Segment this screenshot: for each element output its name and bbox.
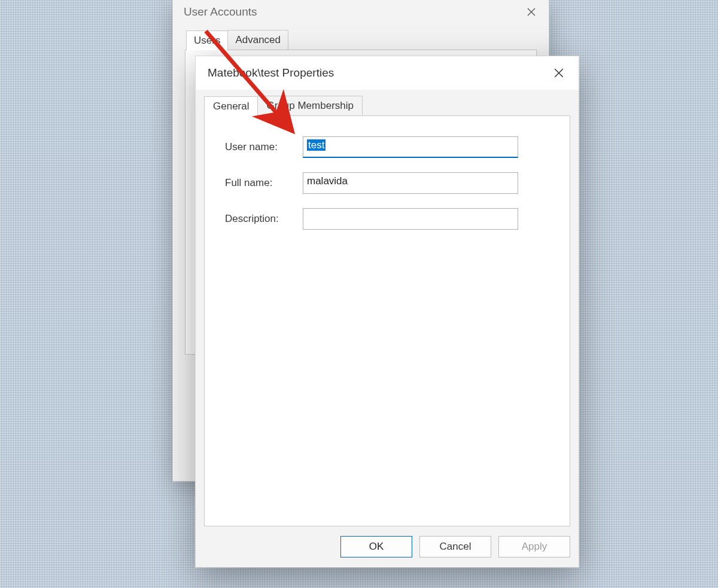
dialog-buttons: OK Cancel Apply (196, 526, 579, 567)
close-icon[interactable] (545, 63, 573, 83)
tab-advanced[interactable]: Advanced (227, 30, 288, 50)
tab-general[interactable]: General (204, 96, 258, 117)
tab-users[interactable]: Users (186, 31, 228, 50)
description-field[interactable] (303, 208, 518, 230)
properties-dialog: Matebook\test Properties General Group M… (195, 56, 579, 568)
label-fullname: Full name: (225, 177, 303, 189)
properties-tabs: General Group Membership (196, 90, 579, 116)
fullname-value: malavida (307, 175, 348, 187)
user-accounts-tabs: Users Advanced (173, 24, 549, 50)
user-accounts-close-icon[interactable] (518, 2, 545, 22)
apply-button[interactable]: Apply (498, 536, 570, 557)
cancel-button[interactable]: Cancel (419, 536, 491, 557)
ok-button[interactable]: OK (340, 536, 412, 557)
fullname-field[interactable]: malavida (303, 172, 518, 194)
row-username: User name: test (225, 136, 554, 158)
label-username: User name: (225, 141, 303, 153)
properties-titlebar[interactable]: Matebook\test Properties (196, 56, 579, 90)
row-fullname: Full name: malavida (225, 172, 554, 194)
user-accounts-title: User Accounts (184, 5, 257, 19)
username-selected-text: test (307, 139, 325, 151)
user-accounts-titlebar: User Accounts (173, 0, 549, 24)
row-description: Description: (225, 208, 554, 230)
tab-group-membership[interactable]: Group Membership (257, 96, 363, 116)
properties-title: Matebook\test Properties (208, 66, 334, 80)
label-description: Description: (225, 213, 303, 225)
username-field[interactable]: test (303, 136, 518, 158)
properties-body: User name: test Full name: malavida Desc… (204, 115, 570, 526)
